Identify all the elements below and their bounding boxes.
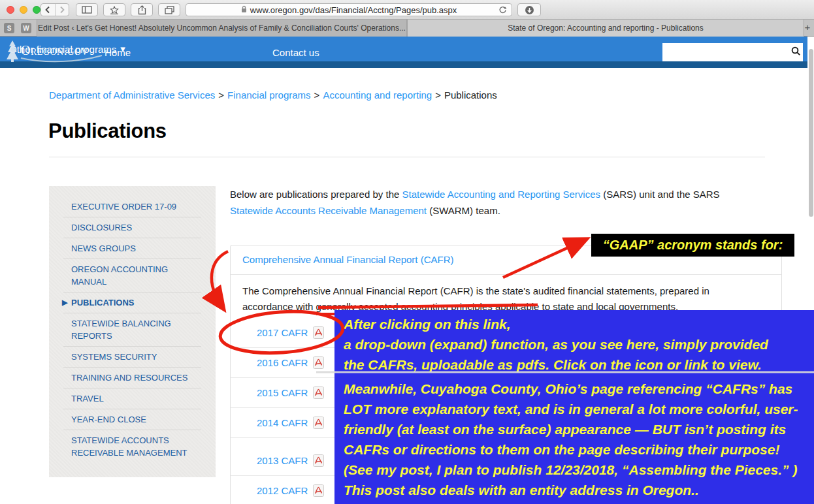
swarm-link[interactable]: Statewide Accounts Receivable Management	[230, 205, 427, 216]
browser-toolbar: www.oregon.gov/das/Financial/Acctng/Page…	[0, 0, 814, 20]
cafr-2012-link[interactable]: 2012 CAFR	[257, 485, 308, 496]
back-icon	[44, 5, 51, 14]
search-icon[interactable]	[791, 46, 801, 59]
sidebar-toggle-button[interactable]	[76, 3, 98, 16]
pinned-tab-w[interactable]: W	[21, 23, 31, 33]
search-input[interactable]	[662, 43, 791, 61]
sidebar-item-label: PUBLICATIONS	[71, 298, 135, 307]
breadcrumb-separator: >	[314, 89, 320, 101]
top-sites-button[interactable]	[103, 3, 125, 16]
annotation-line: This post also deals with an entity addr…	[344, 480, 814, 500]
breadcrumb-das[interactable]: Department of Administrative Services	[49, 89, 215, 101]
pdf-icon[interactable]	[313, 484, 324, 497]
sidebar-item-swarm[interactable]: STATEWIDE ACCOUNTS RECEIVABLE MANAGEMENT	[63, 430, 201, 463]
zoom-window-icon[interactable]	[33, 6, 41, 14]
refresh-icon[interactable]	[498, 6, 507, 16]
sidebar-item-disclosures[interactable]: DISCLOSURES	[63, 217, 201, 238]
gaap-annotation-box: “GAAP” acronym stands for:	[591, 234, 794, 257]
pdf-icon[interactable]	[313, 386, 324, 399]
new-tab-button[interactable]: +	[803, 22, 812, 33]
breadcrumb-financial-programs[interactable]: Financial programs	[227, 89, 311, 101]
sidebar-item-training-resources[interactable]: TRAINING AND RESOURCES	[63, 368, 201, 388]
annotation-line: CAFRs or directions to them on the page …	[344, 439, 814, 460]
star-shelf-icon	[109, 6, 120, 14]
report-row-2017: 2017 CAFR	[231, 318, 335, 348]
breadcrumb-separator: >	[218, 89, 224, 101]
lock-icon	[241, 5, 247, 15]
sidebar-item-year-end-close[interactable]: YEAR-END CLOSE	[63, 409, 201, 430]
show-all-tabs-button[interactable]	[158, 3, 180, 16]
sars-link[interactable]: Statewide Accounting and Reporting Servi…	[402, 189, 601, 200]
tab-state-of-oregon[interactable]: State of Oregon: Accounting and reportin…	[407, 20, 804, 37]
report-row-2012: 2012 CAFR	[231, 476, 335, 504]
history-nav-buttons	[41, 3, 69, 16]
cafr-2017-link[interactable]: 2017 CAFR	[257, 327, 308, 338]
annotation-line: a drop-down (expand) function, as you se…	[344, 334, 814, 354]
tabs-overview-icon	[165, 6, 174, 14]
active-arrow-icon: ▶	[62, 296, 67, 309]
cafr-2013-link[interactable]: 2013 CAFR	[257, 455, 308, 466]
cafr-report-list: 2017 CAFR 2016 CAFR 2015 CAFR 2014 CAFR …	[231, 318, 335, 504]
cafr-2015-link[interactable]: 2015 CAFR	[257, 387, 308, 398]
breadcrumb-separator: >	[435, 89, 441, 101]
page-title: Publications	[48, 119, 167, 143]
cafr-section-link[interactable]: Comprehensive Annual Financial Report (C…	[242, 254, 453, 265]
downloads-button[interactable]	[517, 3, 541, 16]
download-icon	[525, 5, 534, 15]
sidebar-item-oregon-accounting-manual[interactable]: OREGON ACCOUNTING MANUAL	[63, 259, 201, 292]
report-row-2014: 2014 CAFR	[231, 408, 335, 438]
breadcrumb-current: Publications	[444, 89, 497, 101]
cafr-2016-link[interactable]: 2016 CAFR	[257, 357, 308, 368]
breadcrumb: Department of Administrative Services>Fi…	[49, 89, 497, 101]
annotation-line: After clicking on this link,	[344, 314, 814, 334]
pdf-icon[interactable]	[313, 454, 324, 467]
annotation-line: friendly (at least on the surface) appea…	[344, 419, 814, 439]
oregon-gov-header: Oregon.gov Home Other financial programs…	[0, 37, 807, 68]
nav-contact-us[interactable]: Contact us	[272, 37, 319, 68]
logo-text: Oregon.gov	[21, 43, 88, 57]
left-nav-sidebar: EXECUTIVE ORDER 17-09 DISCLOSURES NEWS G…	[49, 186, 216, 477]
minimize-window-icon[interactable]	[20, 6, 27, 14]
annotation-line: (See my post, I plan to publish 12/23/20…	[344, 460, 814, 480]
sidebar-item-executive-order[interactable]: EXECUTIVE ORDER 17-09	[63, 197, 201, 217]
sidebar-item-systems-security[interactable]: SYSTEMS SECURITY	[63, 347, 201, 368]
report-row-2015: 2015 CAFR	[231, 378, 335, 408]
breadcrumb-accounting-reporting[interactable]: Accounting and reporting	[323, 89, 432, 101]
site-search	[662, 43, 803, 61]
annotation-line: the CAFRs, uploadable as pdfs. Click on …	[344, 354, 814, 375]
sidebar-item-news-groups[interactable]: NEWS GROUPS	[63, 238, 201, 259]
sidebar-item-statewide-balancing-reports[interactable]: STATEWIDE BALANCING REPORTS	[63, 313, 201, 347]
pdf-icon[interactable]	[313, 326, 324, 339]
intro-text: (SARS) unit and the SARS	[600, 189, 720, 200]
pinned-tab-s[interactable]: S	[4, 23, 14, 33]
annotation-line: Meanwhile, Cuyahoga County, Ohio’s page …	[344, 379, 814, 399]
cafr-2014-link[interactable]: 2014 CAFR	[257, 417, 308, 428]
back-button[interactable]	[41, 4, 56, 16]
intro-paragraph: Below are publications prepared by the S…	[230, 186, 758, 219]
url-text: www.oregon.gov/das/Financial/Acctng/Page…	[250, 5, 457, 15]
share-icon	[138, 5, 146, 15]
sidebar-item-publications[interactable]: ▶ PUBLICATIONS	[63, 292, 201, 313]
tab-edit-post[interactable]: Edit Post ‹ Let's Get Honest! Absolutely…	[37, 20, 407, 37]
pdf-icon[interactable]	[313, 417, 324, 429]
intro-text: Below are publications prepared by the	[230, 189, 402, 200]
nav-home[interactable]: Home	[105, 37, 131, 68]
title-divider	[49, 157, 765, 157]
address-bar[interactable]: www.oregon.gov/das/Financial/Acctng/Page…	[186, 3, 512, 16]
forward-icon	[59, 5, 65, 14]
oregon-gov-logo[interactable]: Oregon.gov	[5, 39, 103, 69]
intro-text: (SWARM) team.	[427, 205, 500, 216]
scrollbar-thumb[interactable]	[809, 49, 813, 217]
report-row-2016: 2016 CAFR	[231, 348, 335, 378]
annotation-line: LOT more explanatory text, and is in gen…	[344, 399, 814, 419]
close-window-icon[interactable]	[7, 6, 14, 14]
report-row-2013: 2013 CAFR	[231, 446, 335, 476]
tab-bar: S W Edit Post ‹ Let's Get Honest! Absolu…	[0, 20, 814, 37]
sidebar-item-travel[interactable]: TRAVEL	[63, 388, 201, 409]
share-button[interactable]	[131, 3, 153, 16]
forward-button[interactable]	[56, 4, 69, 16]
blue-annotation-box: After clicking on this link, a drop-down…	[334, 310, 814, 504]
pine-tree-icon	[7, 40, 18, 62]
pdf-icon[interactable]	[313, 356, 324, 369]
sidebar-icon	[82, 6, 92, 14]
